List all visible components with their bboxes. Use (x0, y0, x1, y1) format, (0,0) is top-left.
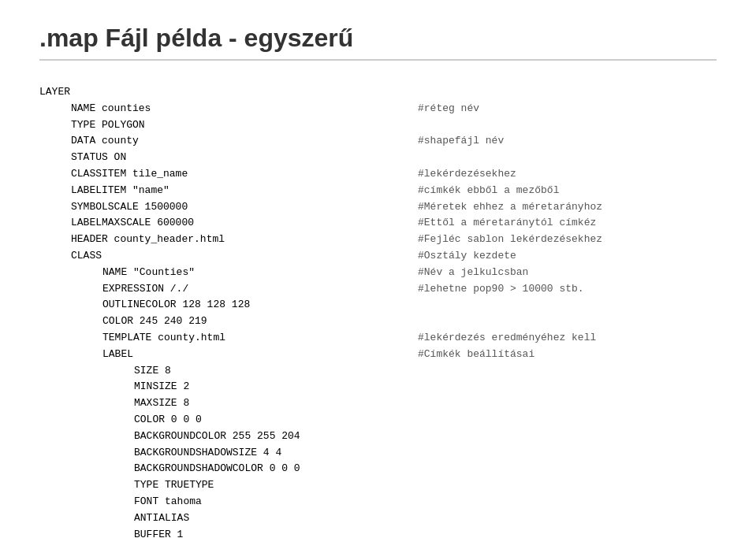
code-line: SYMBOLSCALE 1500000#Méretek ehhez a mére… (39, 199, 717, 216)
code-line: BACKGROUNDSHADOWSIZE 4 4 (39, 445, 717, 462)
code-left: FONT tahoma (134, 494, 418, 510)
code-left: DATA county (71, 133, 418, 150)
code-left: SYMBOLSCALE 1500000 (71, 199, 418, 216)
code-line: TEMPLATE county.html#lekérdezés eredmény… (39, 330, 717, 347)
code-line: COLOR 245 240 219 (39, 314, 717, 330)
code-comment: #Osztály kezdete (418, 248, 516, 265)
code-line: FONT tahoma (39, 494, 717, 510)
code-left: EXPRESSION /./ (102, 281, 418, 298)
code-line: BUFFER 1 (39, 527, 717, 538)
code-line: TYPE POLYGON (39, 117, 717, 134)
code-left: CLASS (71, 248, 418, 265)
code-left: BACKGROUNDCOLOR 255 255 204 (134, 429, 418, 445)
code-left: TYPE POLYGON (71, 117, 418, 134)
code-left: LABELITEM "name" (71, 183, 418, 199)
code-line: NAME "Counties"#Név a jelkulcsban (39, 265, 717, 281)
code-left: LABELMAXSCALE 600000 (71, 215, 418, 232)
code-left: BACKGROUNDSHADOWSIZE 4 4 (134, 445, 418, 462)
code-line: BACKGROUNDSHADOWCOLOR 0 0 0 (39, 461, 717, 477)
code-left: SIZE 8 (134, 363, 418, 380)
code-comment: #Méretek ehhez a méretarányhoz (418, 199, 602, 216)
code-line: DATA county#shapefájl név (39, 133, 717, 150)
code-left: LAYER (39, 84, 418, 101)
code-line: MAXSIZE 8 (39, 395, 717, 412)
code-line: HEADER county_header.html#Fejléc sablon … (39, 232, 717, 248)
code-left: COLOR 245 240 219 (102, 314, 418, 330)
code-comment: #lekérdezésekhez (418, 166, 516, 183)
code-left: CLASSITEM tile_name (71, 166, 418, 183)
code-comment: #Címkék beállításai (418, 347, 534, 363)
code-left: LABEL (102, 347, 418, 363)
code-comment: #Név a jelkulcsban (418, 265, 528, 281)
code-line: SIZE 8 (39, 363, 717, 380)
code-left: STATUS ON (71, 150, 418, 166)
code-left: NAME "Counties" (102, 265, 418, 281)
code-comment: #Ettől a méretaránytól címkéz (418, 215, 596, 232)
code-line: LABEL#Címkék beállításai (39, 347, 717, 363)
code-line: OUTLINECOLOR 128 128 128 (39, 297, 717, 314)
code-line: BACKGROUNDCOLOR 255 255 204 (39, 429, 717, 445)
code-line: MINSIZE 2 (39, 379, 717, 395)
code-line: ANTIALIAS (39, 510, 717, 527)
code-left: NAME counties (71, 101, 418, 117)
code-left: TEMPLATE county.html (102, 330, 418, 347)
code-comment: #shapefájl név (418, 133, 504, 150)
code-line: TYPE TRUETYPE (39, 477, 717, 494)
code-left: COLOR 0 0 0 (134, 412, 418, 429)
code-left: TYPE TRUETYPE (134, 477, 418, 494)
code-left: MINSIZE 2 (134, 379, 418, 395)
code-comment: #lekérdezés eredményéhez kell (418, 330, 596, 347)
code-left: OUTLINECOLOR 128 128 128 (102, 297, 418, 314)
code-line: LABELITEM "name"#címkék ebből a mezőből (39, 183, 717, 199)
page-title: .map Fájl példa - egyszerű (39, 24, 717, 61)
code-left: BACKGROUNDSHADOWCOLOR 0 0 0 (134, 461, 418, 477)
code-comment: #lehetne pop90 > 10000 stb. (418, 281, 584, 298)
code-left: ANTIALIAS (134, 510, 418, 527)
code-comment: #réteg név (418, 101, 479, 117)
code-left: HEADER county_header.html (71, 232, 418, 248)
code-line: CLASS#Osztály kezdete (39, 248, 717, 265)
code-left: MAXSIZE 8 (134, 395, 418, 412)
code-comment: #Fejléc sablon lekérdezésekhez (418, 232, 602, 248)
code-line: LAYER (39, 84, 717, 101)
code-comment: #címkék ebből a mezőből (418, 183, 559, 199)
code-left: BUFFER 1 (134, 527, 418, 538)
code-block: LAYERNAME counties#réteg névTYPE POLYGON… (39, 84, 717, 538)
code-line: CLASSITEM tile_name#lekérdezésekhez (39, 166, 717, 183)
code-line: LABELMAXSCALE 600000#Ettől a méretarányt… (39, 215, 717, 232)
code-line: EXPRESSION /./#lehetne pop90 > 10000 stb… (39, 281, 717, 298)
code-line: NAME counties#réteg név (39, 101, 717, 117)
code-line: COLOR 0 0 0 (39, 412, 717, 429)
code-line: STATUS ON (39, 150, 717, 166)
